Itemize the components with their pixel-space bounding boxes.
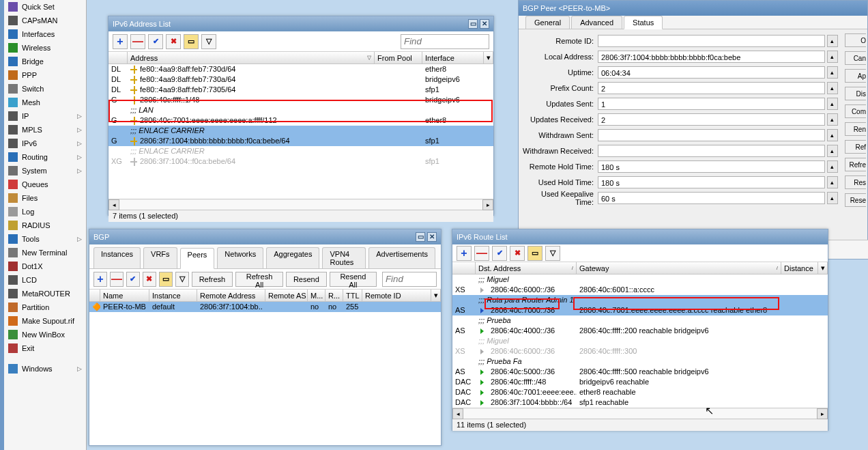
- sidebar-item[interactable]: New WinBox: [4, 328, 86, 341]
- sidebar-item[interactable]: Dot1X: [4, 259, 86, 273]
- sidebar-item[interactable]: New Terminal: [4, 246, 86, 259]
- sidebar-item[interactable]: Interfaces: [4, 27, 86, 41]
- up-down-icon[interactable]: ▴: [827, 160, 838, 173]
- sidebar-item[interactable]: MPLS▷: [4, 123, 86, 137]
- up-down-icon[interactable]: ▴: [827, 82, 838, 94]
- side-button[interactable]: Can: [845, 51, 866, 65]
- table-row[interactable]: XG2806:3f7:1004::f0ca:bebe/64sfp1: [108, 156, 493, 167]
- minimize-btn[interactable]: ▭: [468, 19, 478, 29]
- side-button[interactable]: Rese: [845, 193, 866, 207]
- sidebar-item[interactable]: Quick Set: [4, 0, 86, 14]
- table-row[interactable]: AS2806:40c:7000::/362806:40c:7001:eeee:e…: [452, 305, 828, 315]
- comment-button[interactable]: ▭: [159, 272, 173, 287]
- close-btn[interactable]: ✕: [480, 19, 489, 29]
- up-down-icon[interactable]: ▴: [827, 129, 838, 141]
- table-row[interactable]: ;;; Prueba: [452, 315, 828, 326]
- remove-button[interactable]: —: [110, 272, 124, 287]
- up-down-icon[interactable]: ▴: [827, 113, 838, 126]
- table-row[interactable]: G2806:40c:ffff::1/48bridgeipv6: [108, 95, 493, 105]
- disable-button[interactable]: ✖: [510, 246, 525, 261]
- sidebar-item[interactable]: IP▷: [4, 109, 86, 123]
- remove-button[interactable]: —: [130, 34, 145, 49]
- up-down-icon[interactable]: ▴: [827, 35, 838, 47]
- side-button[interactable]: Com: [845, 104, 866, 118]
- up-down-icon[interactable]: ▴: [827, 66, 838, 79]
- table-row[interactable]: G2806:3f7:1004:bbbb:bbbb:bbbb:f0ca:bebe/…: [108, 136, 493, 146]
- table-row[interactable]: DLfe80::4aa9:8aff:feb7:730a/64bridgeipv6: [108, 74, 493, 85]
- window-titlebar[interactable]: BGP Peer <PEER-to-MB>: [519, 1, 867, 16]
- sidebar-item[interactable]: PPP: [4, 68, 86, 82]
- hscrollbar[interactable]: ◂▸: [108, 199, 493, 210]
- sidebar-item[interactable]: Routing▷: [4, 150, 86, 164]
- add-button[interactable]: +: [113, 34, 128, 49]
- up-down-icon[interactable]: ▴: [827, 51, 838, 63]
- up-down-icon[interactable]: ▴: [827, 145, 838, 157]
- tab-status[interactable]: Status: [624, 16, 663, 29]
- table-row[interactable]: ;;; LAN: [108, 105, 493, 115]
- up-down-icon[interactable]: ▴: [827, 176, 838, 188]
- sidebar-item[interactable]: RADIUS: [4, 219, 86, 232]
- table-row[interactable]: DLfe80::4aa9:8aff:feb7:7305/64sfp1: [108, 85, 493, 95]
- tab-advertisements[interactable]: Advertisements: [368, 247, 435, 268]
- table-row[interactable]: ;;; Ruta para Router Admin 1: [452, 295, 828, 305]
- window-titlebar[interactable]: BGP ▭ ✕: [89, 229, 441, 244]
- table-row[interactable]: ;;; ENLACE CARRIER: [108, 126, 493, 136]
- sidebar-item[interactable]: Queues: [4, 178, 86, 191]
- tab-advanced[interactable]: Advanced: [571, 16, 622, 29]
- tab-vpn4-routes[interactable]: VPN4 Routes: [322, 247, 366, 268]
- close-btn[interactable]: ✕: [427, 232, 437, 242]
- up-down-icon[interactable]: ▴: [827, 192, 838, 204]
- sidebar-item[interactable]: IPv6▷: [4, 137, 86, 150]
- filter-button[interactable]: ▽: [175, 272, 189, 287]
- window-titlebar[interactable]: IPv6 Address List ▭ ✕: [108, 16, 493, 31]
- table-row[interactable]: DLfe80::4aa9:8aff:feb7:730d/64ether8: [108, 64, 493, 74]
- sidebar-item[interactable]: Wireless: [4, 41, 86, 55]
- remove-button[interactable]: —: [474, 246, 489, 261]
- table-row[interactable]: ;;; ENLACE CARRIER: [108, 146, 493, 156]
- find-input[interactable]: [382, 272, 437, 287]
- grid-rows[interactable]: 🔶PEER-to-MBdefault2806:3f7:1004:bb..nono…: [89, 302, 441, 450]
- sidebar-item[interactable]: MetaROUTER: [4, 287, 86, 300]
- table-row[interactable]: AS2806:40c:5000::/362806:40c:ffff::500 r…: [452, 367, 828, 377]
- grid-rows[interactable]: ;;; MiguelXS2806:40c:6000::/362806:40c:6…: [452, 275, 828, 408]
- sidebar-item[interactable]: Bridge: [4, 55, 86, 68]
- grid-header[interactable]: Dst. Address/ Gateway/ Distance ▾: [452, 262, 828, 275]
- table-row[interactable]: ;;; Miguel: [452, 275, 828, 285]
- tab-instances[interactable]: Instances: [93, 247, 141, 268]
- sidebar-item[interactable]: Log: [4, 205, 86, 219]
- table-row[interactable]: DAC2806:40c:ffff::/48bridgeipv6 reachabl…: [452, 377, 828, 387]
- side-button[interactable]: Res: [845, 175, 866, 189]
- table-row[interactable]: ;;; Prueba Fa: [452, 356, 828, 367]
- side-button[interactable]: Ren: [845, 122, 866, 136]
- grid-header[interactable]: Address▽ From Pool Interface ▾: [108, 52, 493, 64]
- sidebar-item[interactable]: Tools▷: [4, 232, 86, 246]
- sidebar-item[interactable]: Partition: [4, 300, 86, 314]
- comment-button[interactable]: ▭: [527, 246, 542, 261]
- side-button[interactable]: O: [845, 33, 866, 47]
- filter-button[interactable]: ▽: [201, 34, 216, 49]
- grid-header[interactable]: Name Instance Remote Address Remote AS M…: [89, 290, 441, 302]
- resend-button[interactable]: Resend: [286, 272, 327, 287]
- refresh-button[interactable]: Refresh: [192, 272, 233, 287]
- table-row[interactable]: DAC2806:40c:7001:eeee:eee..ether8 reacha…: [452, 387, 828, 397]
- enable-button[interactable]: ✔: [492, 246, 507, 261]
- table-row[interactable]: XS2806:40c:6000::/362806:40c:6001::a:ccc…: [452, 285, 828, 295]
- enable-button[interactable]: ✔: [126, 272, 140, 287]
- window-titlebar[interactable]: IPv6 Route List: [452, 229, 828, 244]
- sidebar-item[interactable]: Exit: [4, 341, 86, 355]
- add-button[interactable]: +: [93, 272, 107, 287]
- side-button[interactable]: Refre: [845, 158, 866, 171]
- side-button[interactable]: Ap: [845, 69, 866, 83]
- disable-button[interactable]: ✖: [143, 272, 156, 287]
- side-button[interactable]: Ref: [845, 140, 866, 154]
- up-down-icon[interactable]: ▴: [827, 98, 838, 110]
- table-row[interactable]: AS2806:40c:4000::/362806:40c:ffff::200 r…: [452, 326, 828, 336]
- add-button[interactable]: +: [457, 246, 472, 261]
- sidebar-item[interactable]: Mesh: [4, 96, 86, 109]
- table-row[interactable]: ;;; Miguel: [452, 336, 828, 346]
- find-input[interactable]: [401, 34, 489, 49]
- tab-aggregates[interactable]: Aggregates: [266, 247, 319, 268]
- sidebar-item[interactable]: Files: [4, 191, 86, 205]
- comment-button[interactable]: ▭: [184, 34, 199, 49]
- filter-button[interactable]: ▽: [545, 246, 560, 261]
